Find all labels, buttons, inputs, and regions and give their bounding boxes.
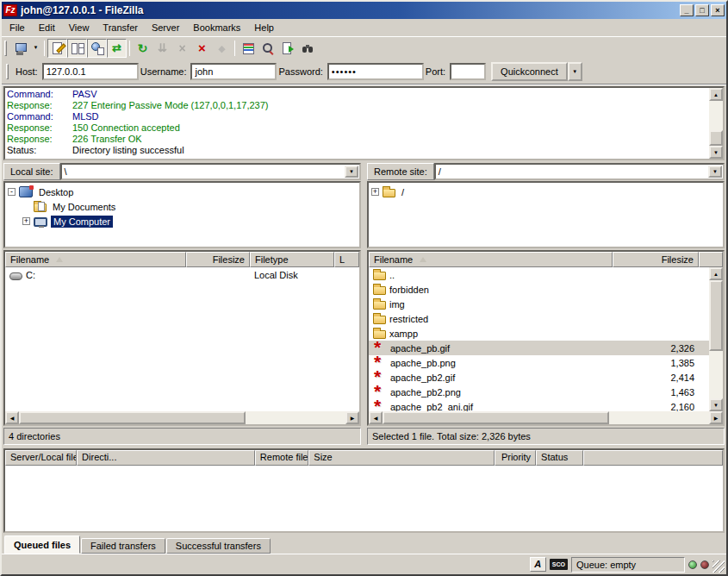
toggle-remote-tree-button[interactable] xyxy=(87,39,107,58)
toolbar-grip[interactable] xyxy=(4,41,7,56)
file-row[interactable]: apache_pb2.png 1,463 xyxy=(369,385,709,399)
local-directory-tree: - Desktop My Documents + My Computer xyxy=(3,181,361,248)
site-manager-button[interactable] xyxy=(10,39,30,58)
log-vertical-scrollbar[interactable] xyxy=(709,88,723,159)
password-input[interactable] xyxy=(327,63,424,80)
scroll-right-icon[interactable] xyxy=(709,411,723,424)
scrollbar-track[interactable] xyxy=(709,280,723,398)
file-row[interactable]: .. xyxy=(369,267,709,282)
queue-column-header[interactable] xyxy=(583,450,723,466)
menu-item[interactable]: Transfer xyxy=(96,20,145,35)
refresh-button[interactable] xyxy=(133,39,152,58)
column-header-stub xyxy=(699,252,723,267)
file-row[interactable]: apache_pb2.gif 2,414 xyxy=(369,370,709,385)
remote-horizontal-scrollbar[interactable] xyxy=(369,411,723,424)
menu-item[interactable]: Help xyxy=(247,20,281,35)
titlebar[interactable]: john@127.0.0.1 - FileZilla _ □ × xyxy=(2,2,726,19)
site-manager-dropdown-button[interactable] xyxy=(30,39,41,58)
local-horizontal-scrollbar[interactable] xyxy=(5,411,359,424)
scroll-right-icon[interactable] xyxy=(345,411,359,424)
mode-indicator-icon[interactable]: SCO xyxy=(550,559,568,570)
menu-item[interactable]: Bookmarks xyxy=(186,20,247,35)
queue-tab[interactable]: Queued files xyxy=(4,535,80,554)
resize-grip[interactable] xyxy=(712,560,725,573)
file-row[interactable]: forbidden xyxy=(369,282,709,297)
scroll-up-icon[interactable] xyxy=(709,88,723,101)
column-header-filesize[interactable]: Filesize xyxy=(186,252,250,267)
queue-body[interactable] xyxy=(5,466,723,531)
local-rows[interactable]: C: Local Disk xyxy=(5,267,359,411)
find-files-button[interactable] xyxy=(297,39,317,58)
scroll-down-icon[interactable] xyxy=(709,146,723,159)
queue-tab[interactable]: Successful transfers xyxy=(166,538,271,554)
tree-item[interactable]: + / xyxy=(370,185,722,199)
synchronized-browsing-button[interactable] xyxy=(258,39,277,58)
close-button[interactable]: × xyxy=(711,4,725,16)
local-site-dropdown-button[interactable] xyxy=(345,166,358,178)
filter-button[interactable] xyxy=(277,39,297,58)
toggle-message-log-button[interactable] xyxy=(47,39,67,58)
remote-rows[interactable]: .. forbidden img xyxy=(369,267,709,411)
tree-expander[interactable]: - xyxy=(8,188,16,196)
scroll-left-icon[interactable] xyxy=(369,411,383,424)
scrollbar-track[interactable] xyxy=(609,411,709,424)
queue-column-header[interactable]: Server/Local file xyxy=(5,450,77,466)
scrollbar-thumb[interactable] xyxy=(709,280,723,351)
file-row[interactable]: apache_pb2_ani.gif 2,160 xyxy=(369,399,709,411)
remote-site-combo[interactable]: / xyxy=(434,163,725,180)
file-row[interactable]: img xyxy=(369,297,709,311)
column-header-filesize[interactable]: Filesize xyxy=(613,252,699,267)
maximize-button[interactable]: □ xyxy=(695,4,709,16)
minimize-button[interactable]: _ xyxy=(680,4,694,16)
file-row[interactable]: apache_pb.png 1,385 xyxy=(369,355,709,370)
disconnect-button[interactable] xyxy=(192,39,212,58)
tree-expander[interactable]: + xyxy=(371,188,379,196)
file-row[interactable]: xampp xyxy=(369,326,709,341)
tree-item[interactable]: My Documents xyxy=(6,199,358,214)
toggle-transfer-queue-button[interactable] xyxy=(107,39,127,58)
file-row[interactable]: apache_pb.gif 2,326 xyxy=(369,341,709,355)
file-row[interactable]: C: Local Disk xyxy=(5,267,359,282)
scrollbar-thumb[interactable] xyxy=(383,411,609,424)
cancel-operation-button[interactable] xyxy=(172,39,192,58)
remote-vertical-scrollbar[interactable] xyxy=(709,267,723,411)
column-header-lastmodified[interactable]: L xyxy=(334,252,359,267)
queue-tab[interactable]: Failed transfers xyxy=(81,538,165,554)
scrollbar-track[interactable] xyxy=(246,411,345,424)
tree-item[interactable]: - Desktop xyxy=(6,185,358,199)
menu-item[interactable]: Edit xyxy=(32,20,62,35)
directory-comparison-button[interactable] xyxy=(238,39,258,58)
quickconnect-dropdown-button[interactable] xyxy=(568,62,582,81)
menu-item[interactable]: View xyxy=(62,20,96,35)
reconnect-button[interactable] xyxy=(212,39,232,58)
column-header-filename[interactable]: Filename xyxy=(5,252,186,267)
scroll-left-icon[interactable] xyxy=(5,411,19,424)
queue-column-header[interactable]: Size xyxy=(308,450,495,466)
tree-item[interactable]: + My Computer xyxy=(6,214,358,229)
queue-column-header[interactable]: Directi... xyxy=(77,450,255,466)
scrollbar-track[interactable] xyxy=(709,101,723,146)
scroll-down-icon[interactable] xyxy=(709,398,723,411)
scrollbar-thumb[interactable] xyxy=(19,411,246,424)
datatype-indicator-icon[interactable]: A xyxy=(530,557,546,572)
menu-item[interactable]: File xyxy=(3,20,32,35)
port-input[interactable] xyxy=(450,63,486,80)
scrollbar-thumb[interactable] xyxy=(709,130,723,146)
file-row[interactable]: restricted xyxy=(369,311,709,326)
menu-item[interactable]: Server xyxy=(145,20,186,35)
remote-site-dropdown-button[interactable] xyxy=(708,166,722,178)
tree-expander[interactable]: + xyxy=(22,217,30,225)
queue-column-header[interactable]: Status xyxy=(536,450,583,466)
column-header-filetype[interactable]: Filetype xyxy=(250,252,334,267)
scroll-up-icon[interactable] xyxy=(709,267,723,280)
toggle-local-tree-button[interactable] xyxy=(67,39,87,58)
local-site-combo[interactable]: \ xyxy=(60,163,361,180)
host-input[interactable] xyxy=(42,63,139,80)
username-input[interactable] xyxy=(190,63,277,80)
queue-column-header[interactable]: Remote file xyxy=(255,450,308,466)
queue-column-header[interactable]: Priority xyxy=(495,450,536,466)
quickconnect-button[interactable]: Quickconnect xyxy=(491,62,568,81)
quickconnect-grip[interactable] xyxy=(6,64,9,79)
column-header-filename[interactable]: Filename xyxy=(369,252,613,267)
process-queue-button[interactable] xyxy=(152,39,172,58)
